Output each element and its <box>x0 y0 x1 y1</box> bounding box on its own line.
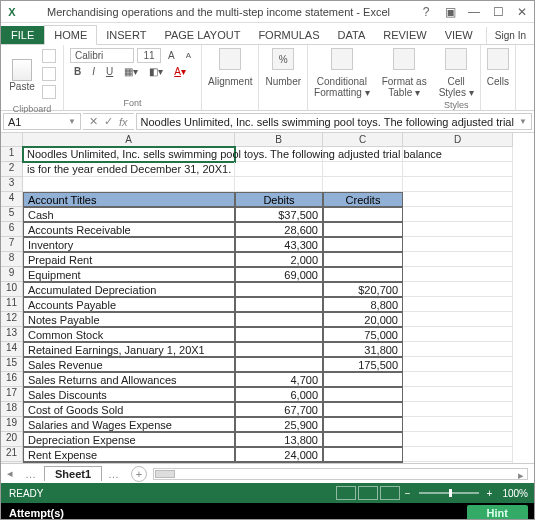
fill-color-button[interactable]: ◧▾ <box>145 65 167 78</box>
cell-r3-1[interactable] <box>235 177 323 192</box>
cell-C6[interactable] <box>323 222 403 237</box>
cell-A6[interactable]: Accounts Receivable <box>23 222 235 237</box>
border-button[interactable]: ▦▾ <box>120 65 142 78</box>
cell-D12[interactable] <box>403 312 513 327</box>
cell-C7[interactable] <box>323 237 403 252</box>
cut-icon[interactable] <box>42 49 56 63</box>
font-size-select[interactable]: 11 <box>137 48 161 63</box>
cell-styles-button[interactable]: CellStyles ▾ Styles <box>433 45 481 110</box>
cell-C2[interactable] <box>323 162 403 177</box>
close-button[interactable]: ✕ <box>510 5 534 19</box>
formula-input[interactable]: Noodles Unlimited, Inc. sells swimming p… <box>136 113 532 130</box>
cell-D8[interactable] <box>403 252 513 267</box>
ribbon-display-button[interactable]: ▣ <box>438 5 462 19</box>
row-header-9[interactable]: 9 <box>1 267 23 282</box>
sheet-nav-next[interactable]: … <box>102 468 125 480</box>
tab-file[interactable]: FILE <box>1 26 44 44</box>
cell-D4[interactable] <box>403 192 513 207</box>
sheet-nav-first[interactable]: ◂ <box>1 467 19 480</box>
shrink-font-button[interactable]: A <box>182 50 195 61</box>
row-header-21[interactable]: 21 <box>1 447 23 462</box>
cell-B17[interactable]: 6,000 <box>235 387 323 402</box>
column-header-A[interactable]: A <box>23 133 235 147</box>
cell-r3-3[interactable] <box>403 177 513 192</box>
page-break-view-button[interactable] <box>380 486 400 500</box>
cell-r3-0[interactable] <box>23 177 235 192</box>
cell-D18[interactable] <box>403 402 513 417</box>
row-header-6[interactable]: 6 <box>1 222 23 237</box>
row-header-22[interactable]: 22 <box>1 462 23 463</box>
row-header-5[interactable]: 5 <box>1 207 23 222</box>
cell-A1[interactable]: Noodles Unlimited, Inc. sells swimming p… <box>23 147 235 162</box>
cell-B13[interactable] <box>235 327 323 342</box>
row-header-19[interactable]: 19 <box>1 417 23 432</box>
cell-D2[interactable] <box>403 162 513 177</box>
add-sheet-button[interactable]: + <box>131 466 147 482</box>
cell-D11[interactable] <box>403 297 513 312</box>
tab-insert[interactable]: INSERT <box>97 26 155 44</box>
row-header-11[interactable]: 11 <box>1 297 23 312</box>
row-header-15[interactable]: 15 <box>1 357 23 372</box>
cell-C9[interactable] <box>323 267 403 282</box>
row-header-13[interactable]: 13 <box>1 327 23 342</box>
tab-formulas[interactable]: FORMULAS <box>249 26 328 44</box>
cell-A22[interactable]: Interest Expense <box>23 462 235 463</box>
page-layout-view-button[interactable] <box>358 486 378 500</box>
row-header-17[interactable]: 17 <box>1 387 23 402</box>
font-color-button[interactable]: A▾ <box>170 65 190 78</box>
cell-C22[interactable] <box>323 462 403 463</box>
cell-A15[interactable]: Sales Revenue <box>23 357 235 372</box>
cell-C16[interactable] <box>323 372 403 387</box>
row-header-7[interactable]: 7 <box>1 237 23 252</box>
copy-icon[interactable] <box>42 67 56 81</box>
cell-D22[interactable] <box>403 462 513 463</box>
cell-B20[interactable]: 13,800 <box>235 432 323 447</box>
cell-B2[interactable] <box>235 162 323 177</box>
cell-C14[interactable]: 31,800 <box>323 342 403 357</box>
cell-C12[interactable]: 20,000 <box>323 312 403 327</box>
cell-B6[interactable]: 28,600 <box>235 222 323 237</box>
column-header-C[interactable]: C <box>323 133 403 147</box>
cell-C13[interactable]: 75,000 <box>323 327 403 342</box>
horizontal-scrollbar[interactable]: ▸ <box>153 468 528 480</box>
cell-A18[interactable]: Cost of Goods Sold <box>23 402 235 417</box>
cell-r3-2[interactable] <box>323 177 403 192</box>
format-as-table-button[interactable]: Format asTable ▾ <box>376 45 433 110</box>
sheet-nav-prev[interactable]: … <box>19 468 42 480</box>
cell-C20[interactable] <box>323 432 403 447</box>
zoom-out-button[interactable]: − <box>401 488 415 499</box>
cell-B21[interactable]: 24,000 <box>235 447 323 462</box>
cell-A9[interactable]: Equipment <box>23 267 235 282</box>
worksheet-grid[interactable]: ABCD1Noodles Unlimited, Inc. sells swimm… <box>1 133 534 463</box>
tab-home[interactable]: HOME <box>44 25 97 45</box>
bold-button[interactable]: B <box>70 65 85 78</box>
cell-A20[interactable]: Depreciation Expense <box>23 432 235 447</box>
maximize-button[interactable]: ☐ <box>486 5 510 19</box>
expand-formula-icon[interactable]: ▼ <box>519 117 527 126</box>
cell-B22[interactable]: 1,600 <box>235 462 323 463</box>
cell-A19[interactable]: Salaries and Wages Expense <box>23 417 235 432</box>
cell-D6[interactable] <box>403 222 513 237</box>
cell-D14[interactable] <box>403 342 513 357</box>
column-header-D[interactable]: D <box>403 133 513 147</box>
cell-C19[interactable] <box>323 417 403 432</box>
cell-C15[interactable]: 175,500 <box>323 357 403 372</box>
table-header-account[interactable]: Account Titles <box>23 192 235 207</box>
cell-D21[interactable] <box>403 447 513 462</box>
cell-C11[interactable]: 8,800 <box>323 297 403 312</box>
column-header-B[interactable]: B <box>235 133 323 147</box>
cell-C21[interactable] <box>323 447 403 462</box>
row-header-18[interactable]: 18 <box>1 402 23 417</box>
cell-C17[interactable] <box>323 387 403 402</box>
number-format-icon[interactable]: % <box>272 48 294 70</box>
cell-D20[interactable] <box>403 432 513 447</box>
cell-D13[interactable] <box>403 327 513 342</box>
zoom-level[interactable]: 100% <box>496 488 534 499</box>
cell-D17[interactable] <box>403 387 513 402</box>
cell-B19[interactable]: 25,900 <box>235 417 323 432</box>
cell-C18[interactable] <box>323 402 403 417</box>
cell-A14[interactable]: Retained Earnings, January 1, 20X1 <box>23 342 235 357</box>
cell-B18[interactable]: 67,700 <box>235 402 323 417</box>
cell-A7[interactable]: Inventory <box>23 237 235 252</box>
cell-C5[interactable] <box>323 207 403 222</box>
